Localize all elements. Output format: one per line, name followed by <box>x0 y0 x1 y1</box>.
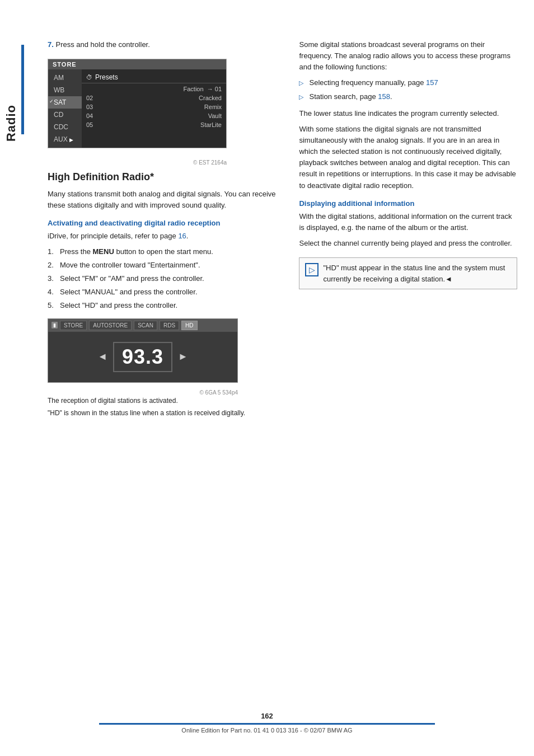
hd-caption-2: "HD" is shown in the status line when a … <box>48 408 277 418</box>
idrive-ref: iDrive, for principle details, refer to … <box>48 231 277 242</box>
preset-name-2: Remix <box>204 104 222 110</box>
bullet-arrow-1: ▷ <box>299 78 309 88</box>
preset-num-2: 03 <box>86 104 93 110</box>
preset-num-1: 02 <box>86 95 93 101</box>
hd-arrow-right[interactable]: ► <box>178 351 188 363</box>
preset-row-2: 03 Remix <box>82 102 226 111</box>
faction-arrow: → 01 <box>207 86 222 92</box>
faction-row: Faction → 01 <box>82 84 226 93</box>
hd-tab-hd[interactable]: HD <box>181 321 197 330</box>
menu-bold: MENU <box>93 247 114 256</box>
note-text: "HD" must appear in the status line and … <box>323 262 511 284</box>
bullet-arrow-2: ▷ <box>299 92 309 102</box>
subsection2-heading: Displaying additional information <box>299 199 517 208</box>
bullet-list: ▷ Selecting frequency manually, page 157… <box>299 77 517 102</box>
hd-display: ▮ STORE AUTOSTORE SCAN RDS HD ◄ 93.3 ► <box>48 318 238 383</box>
menu-header: STORE <box>48 59 226 69</box>
steps-list: 1. Press the MENU button to open the sta… <box>48 246 277 312</box>
bullet-text-1: Selecting frequency manually, page 157 <box>309 77 438 88</box>
radio-label: Radio <box>4 105 18 142</box>
menu-item-cd[interactable]: CD <box>48 109 82 121</box>
subsection2-intro: With the digital stations, additional in… <box>299 211 517 233</box>
right-column: Some digital stations broadcast several … <box>288 22 534 437</box>
note-icon: ▷ <box>305 263 318 276</box>
img-note-1: © EST 2164a <box>48 159 227 166</box>
menu-item-aux[interactable]: AUX ▶ <box>48 133 82 145</box>
link-157[interactable]: 157 <box>426 78 438 87</box>
preset-name-3: Vault <box>208 112 222 119</box>
hd-tab-scan[interactable]: SCAN <box>134 321 157 330</box>
menu-body: AM WB SAT CD CDC AUX ▶ ⏱ Presets Fact <box>48 69 226 148</box>
menu-right-header: ⏱ Presets <box>82 72 226 83</box>
step-2-text: Move the controller toward "Entertainmen… <box>60 260 277 271</box>
hd-arrow-left[interactable]: ◄ <box>97 351 107 363</box>
right-intro: Some digital stations broadcast several … <box>299 39 517 73</box>
hd-store-icon: ▮ <box>51 322 58 328</box>
step-4: 4. Select "MANUAL" and press the control… <box>48 287 277 298</box>
note-box: ▷ "HD" must appear in the status line an… <box>299 257 517 289</box>
menu-item-cdc[interactable]: CDC <box>48 121 82 133</box>
menu-left-col: AM WB SAT CD CDC AUX ▶ <box>48 69 82 148</box>
bullet-item-1: ▷ Selecting frequency manually, page 157 <box>299 77 517 88</box>
preset-row-3: 04 Vault <box>82 111 226 120</box>
step-1: 1. Press the MENU button to open the sta… <box>48 246 277 257</box>
hd-frequency: 93.3 <box>113 342 172 372</box>
step-intro: 7. Press and hold the controller. <box>48 39 277 50</box>
section-intro: Many stations transmit both analog and d… <box>48 189 277 211</box>
presets-icon: ⏱ <box>86 74 92 81</box>
page-number: 162 <box>261 712 273 720</box>
bullet-item-2: ▷ Station search, page 158. <box>299 91 517 102</box>
step-5: 5. Select "HD" and press the controller. <box>48 300 277 311</box>
step-2: 2. Move the controller toward "Entertain… <box>48 260 277 271</box>
hd-caption-1: The reception of digital stations is act… <box>48 396 277 406</box>
menu-right-col: ⏱ Presets Faction → 01 02 Cracked 03 <box>82 69 226 148</box>
subsection1-heading: Activating and deactivating digital radi… <box>48 219 277 227</box>
bullet-text-2: Station search, page 158. <box>309 91 392 102</box>
step-3: 3. Select "FM" or "AM" and press the con… <box>48 273 277 284</box>
signal-note: With some stations the digital signals a… <box>299 124 517 191</box>
status-note: The lower status line indicates the prog… <box>299 108 517 119</box>
preset-name-4: StarLite <box>200 121 222 128</box>
hd-tab-rds[interactable]: RDS <box>160 321 179 330</box>
idrive-link[interactable]: 16 <box>178 232 186 240</box>
step-5-text: Select "HD" and press the controller. <box>60 300 277 311</box>
preset-num-3: 04 <box>86 112 93 119</box>
preset-row-1: 02 Cracked <box>82 93 226 102</box>
hd-top-bar: ▮ STORE AUTOSTORE SCAN RDS HD <box>48 319 237 332</box>
preset-num-4: 05 <box>86 121 93 128</box>
page-container: Radio 7. Press and hold the controller. … <box>0 0 534 756</box>
hd-tab-autostore[interactable]: AUTOSTORE <box>89 321 132 330</box>
hd-tab-store[interactable]: STORE <box>60 321 87 330</box>
footer: 162 Online Edition for Part no. 01 41 0 … <box>0 712 534 734</box>
footer-text: Online Edition for Part no. 01 41 0 013 … <box>181 727 352 734</box>
left-column: 7. Press and hold the controller. STORE … <box>31 22 288 437</box>
menu-item-am[interactable]: AM <box>48 72 82 84</box>
link-158[interactable]: 158 <box>378 92 390 101</box>
radio-sidebar: Radio <box>0 67 22 179</box>
preset-row-4: 05 StarLite <box>82 120 226 129</box>
menu-item-sat[interactable]: SAT <box>48 96 82 109</box>
menu-item-wb[interactable]: WB <box>48 84 82 96</box>
section-title: High Definition Radio* <box>48 171 277 183</box>
faction-label: Faction <box>184 86 207 92</box>
preset-name-1: Cracked <box>199 95 222 101</box>
main-content: 7. Press and hold the controller. STORE … <box>31 22 534 437</box>
step-3-text: Select "FM" or "AM" and press the contro… <box>60 273 277 284</box>
hd-main: ◄ 93.3 ► <box>48 332 237 382</box>
step-4-text: Select "MANUAL" and press the controller… <box>60 287 277 298</box>
step7-text: 7. Press and hold the controller. <box>48 39 277 50</box>
subsection2-step: Select the channel currently being playe… <box>299 238 517 249</box>
radio-menu-image: STORE AM WB SAT CD CDC AUX ▶ ⏱ Presets <box>48 59 227 148</box>
footer-bar <box>99 723 435 725</box>
presets-label: Presets <box>95 73 118 81</box>
img-note-2: © 6GA 5 534p4 <box>48 389 238 396</box>
